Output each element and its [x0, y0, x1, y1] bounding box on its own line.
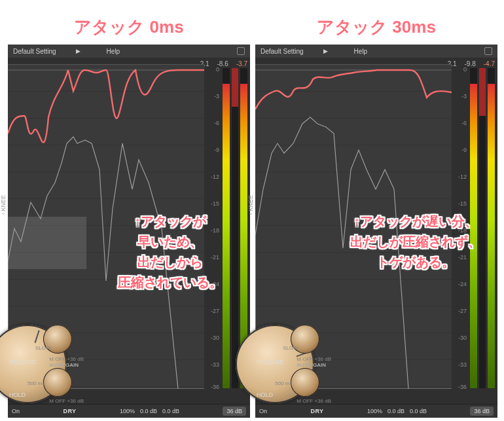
- status-bar: On DRY 100% 0.0 dB 0.0 dB 36 dB: [8, 404, 250, 418]
- peak-c: -3.7: [236, 60, 247, 67]
- topbar: Default Setting ▶ Help: [8, 45, 250, 58]
- db-readout-1: 0.0 dB: [140, 408, 157, 414]
- gr-curve: [8, 70, 204, 142]
- auto-gain-label: M OFF +36 dB AUTO GAIN: [49, 356, 84, 368]
- gr-curve: [255, 70, 452, 109]
- meter-gr: [232, 68, 239, 388]
- on-button[interactable]: On: [259, 408, 267, 414]
- plugin-panel-right: Default Setting ▶ Help -2.1 -9.8 -4.7 0 …: [255, 45, 497, 418]
- db-readout-1: 0.0 dB: [387, 408, 405, 414]
- plugin-panel-left: Default Setting ▶ Help -2.1 -8.6 -3.7: [8, 45, 250, 418]
- on-button[interactable]: On: [12, 408, 20, 414]
- range-badge[interactable]: 36 dB: [470, 407, 494, 416]
- ms-label: 500 ms: [27, 380, 45, 386]
- db-readout-2: 0.0 dB: [410, 408, 427, 414]
- makeup-range-label: M OFF +36 dB: [297, 398, 331, 404]
- meter-left: [470, 68, 477, 388]
- preset-name[interactable]: Default Setting: [261, 48, 304, 55]
- title-left: アタック 0ms: [8, 16, 250, 39]
- mix-pct[interactable]: 100%: [367, 408, 382, 414]
- makeup-range-label: M OFF +36 dB: [49, 398, 84, 404]
- knee-label: ‹ KNEE: [0, 195, 7, 215]
- release-label: RELEASE: [257, 359, 284, 365]
- noise-region: [8, 217, 86, 269]
- dry-label: DRY: [63, 408, 76, 414]
- meter-gr: [479, 68, 486, 388]
- help-button[interactable]: Help: [354, 48, 368, 55]
- status-bar: On DRY 100% 0.0 dB 0.0 dB 36 dB: [255, 404, 497, 418]
- meter-left: [223, 68, 230, 388]
- db-scale: 0 -3 -6 -9 -12 -15 -18 -21 -24 -27 -30 -…: [206, 64, 219, 388]
- peak-readouts: -2.1 -8.6 -3.7: [198, 60, 247, 67]
- help-button[interactable]: Help: [107, 48, 120, 55]
- title-right: アタック 30ms: [255, 16, 497, 39]
- mix-pct[interactable]: 100%: [120, 408, 135, 414]
- release-label: RELEASE: [9, 359, 37, 365]
- knob-cluster: M OFF +36 dB AUTO GAIN M OFF +36 dB RELE…: [255, 318, 347, 403]
- expand-icon[interactable]: [237, 47, 245, 55]
- makeup-knob[interactable]: [291, 368, 319, 397]
- expand-icon[interactable]: [484, 47, 492, 55]
- slow-label: SLOW: [35, 345, 51, 351]
- ms-label: 500 ms: [275, 380, 292, 386]
- hold-label: HOLD: [9, 392, 26, 398]
- meter-right: [488, 68, 495, 388]
- range-badge[interactable]: 36 dB: [223, 407, 246, 416]
- makeup-knob[interactable]: [43, 368, 72, 397]
- knee-label: ‹ KNEE: [247, 195, 254, 215]
- db-scale: 0 -3 -6 -9 -12 -15 -18 -21 -24 -27 -30 -…: [454, 64, 467, 388]
- play-icon[interactable]: ▶: [323, 48, 328, 54]
- knob-cluster: M OFF +36 dB AUTO GAIN M OFF +36 dB RELE…: [8, 318, 99, 403]
- output-meters: [470, 68, 495, 388]
- db-readout-2: 0.0 dB: [162, 408, 179, 414]
- preset-name[interactable]: Default Setting: [13, 48, 56, 55]
- topbar: Default Setting ▶ Help: [255, 45, 497, 58]
- slow-label: SLOW: [283, 345, 298, 351]
- play-icon[interactable]: ▶: [76, 48, 81, 54]
- dry-label: DRY: [310, 408, 323, 414]
- hold-label: HOLD: [257, 392, 273, 398]
- auto-gain-label: M OFF +36 dB AUTO GAIN: [297, 356, 331, 368]
- peak-c: -4.7: [484, 60, 495, 67]
- peak-readouts: -2.1 -9.8 -4.7: [445, 60, 495, 67]
